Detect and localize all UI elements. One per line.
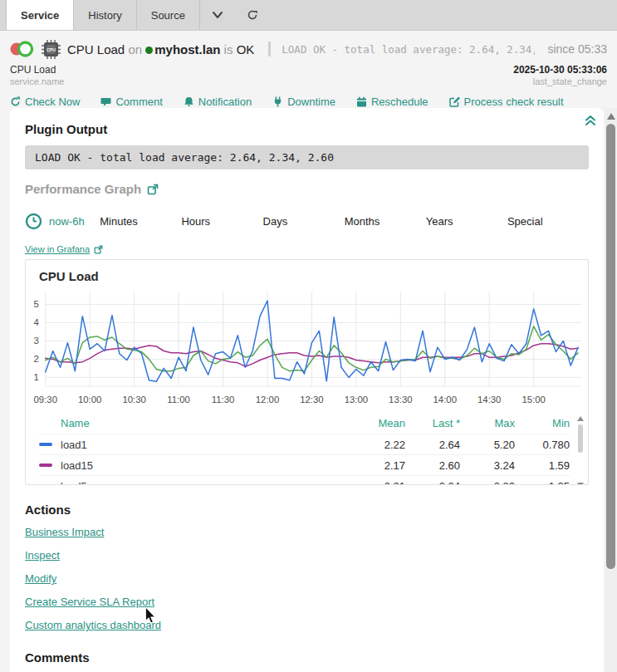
svg-text:13:00: 13:00 <box>345 395 368 405</box>
bell-icon <box>184 96 194 107</box>
process-check-result-button[interactable]: Process check result <box>449 96 564 108</box>
timerange-minutes[interactable]: Minutes <box>100 215 181 228</box>
action-business-impact[interactable]: Business Impact <box>25 526 104 538</box>
external-link-icon[interactable] <box>147 184 159 195</box>
reschedule-button[interactable]: Reschedule <box>356 96 428 108</box>
timerange-current[interactable]: now-6h <box>25 213 100 230</box>
performance-graph-title: Performance Graph <box>25 182 141 196</box>
header-divider <box>268 42 271 56</box>
on-word: on <box>128 42 142 56</box>
legend-col-min[interactable]: Min <box>515 417 570 429</box>
timerange-special[interactable]: Special <box>507 215 589 228</box>
tab-source-label: Source <box>151 9 185 22</box>
grafana-panel: CPU Load 09:3010:0010:3011:0011:3012:001… <box>25 259 589 485</box>
tab-source[interactable]: Source <box>137 0 200 30</box>
svg-text:3: 3 <box>33 336 38 346</box>
output-preview: LOAD OK - total load average: 2.64, 2.34… <box>282 43 535 56</box>
current-state-ring <box>19 42 32 56</box>
timerange-months[interactable]: Months <box>345 215 426 228</box>
plugin-output-box: LOAD OK - total load average: 2.64, 2.34… <box>25 145 589 169</box>
window-scrollbar[interactable] <box>605 108 617 672</box>
legend-col-mean[interactable]: Mean <box>350 417 405 429</box>
downtime-button[interactable]: Downtime <box>272 96 335 108</box>
legend-scroll-down-icon[interactable] <box>577 483 584 485</box>
svg-text:CPU: CPU <box>47 47 56 52</box>
plugin-output-heading: Plugin Output <box>25 122 589 136</box>
service-title: CPU Load on myhost.lan is OK <box>67 42 254 56</box>
notification-button[interactable]: Notification <box>184 96 252 108</box>
edit-icon <box>449 96 460 107</box>
service-header: CPU CPU Load on myhost.lan is OK LOAD OK… <box>0 31 617 115</box>
action-inspect[interactable]: Inspect <box>25 549 60 562</box>
legend-col-last[interactable]: Last * <box>405 417 460 429</box>
timerange-tabs: now-6h Minutes Hours Days Months Years S… <box>25 213 589 230</box>
svg-text:12:00: 12:00 <box>256 395 279 405</box>
state-text: OK <box>237 42 255 56</box>
state-change-indicator <box>10 40 35 58</box>
legend-scrollbar[interactable] <box>576 416 585 485</box>
legend-header-row: Name Mean Last * Max Min <box>39 413 570 434</box>
plug-icon <box>272 96 283 107</box>
chart-legend: Name Mean Last * Max Min load1 2.22 2.64… <box>26 413 588 485</box>
last-state-change-value: 2025-10-30 05:33:06 <box>513 64 607 76</box>
svg-text:14:30: 14:30 <box>477 395 501 405</box>
svg-text:15:00: 15:00 <box>522 395 545 405</box>
scroll-up-icon[interactable] <box>607 113 615 120</box>
tab-menu-button[interactable] <box>200 0 235 30</box>
cpu-chip-icon: CPU <box>41 39 61 60</box>
legend-row-load1[interactable]: load1 2.22 2.64 5.20 0.780 <box>39 434 570 454</box>
since-text: since 05:33 <box>547 42 607 56</box>
state-change-block: 2025-10-30 05:33:06 last_state_change <box>513 64 607 86</box>
svg-text:1: 1 <box>33 372 38 382</box>
svg-text:13:30: 13:30 <box>389 395 412 405</box>
tab-history-label: History <box>88 9 121 22</box>
timerange-current-label: now-6h <box>49 215 85 228</box>
svg-text:10:00: 10:00 <box>78 395 101 405</box>
action-modify[interactable]: Modify <box>25 572 56 585</box>
check-now-button[interactable]: Check Now <box>10 96 80 108</box>
svg-text:5: 5 <box>33 299 38 309</box>
tab-history[interactable]: History <box>74 0 136 30</box>
svg-text:11:00: 11:00 <box>167 395 190 405</box>
tab-service-label: Service <box>21 9 59 22</box>
action-create-sla-report[interactable]: Create Service SLA Report <box>25 596 154 608</box>
svg-text:10:30: 10:30 <box>122 395 145 405</box>
svg-text:14:00: 14:00 <box>433 395 457 405</box>
view-in-grafana-link[interactable]: View in Grafana <box>25 244 103 254</box>
tab-refresh-button[interactable] <box>235 0 270 30</box>
collapse-section-button[interactable] <box>579 110 602 131</box>
tab-service[interactable]: Service <box>6 0 74 30</box>
action-custom-analytics-dashboard[interactable]: Custom analytics dashboard <box>25 619 161 631</box>
legend-col-name[interactable]: Name <box>39 417 350 429</box>
load1-swatch-icon <box>39 443 52 446</box>
service-name-value: CPU Load <box>10 64 64 76</box>
svg-text:12:30: 12:30 <box>300 395 323 405</box>
cpu-load-chart[interactable]: 09:3010:0010:3011:0011:3012:0012:3013:00… <box>26 287 588 413</box>
comment-icon <box>100 96 111 107</box>
timerange-hours[interactable]: Hours <box>181 215 262 228</box>
svg-text:4: 4 <box>33 317 39 327</box>
legend-row-load15[interactable]: load15 2.17 2.60 3.24 1.59 <box>39 454 570 475</box>
timerange-years[interactable]: Years <box>426 215 507 228</box>
legend-row-load5[interactable]: load5 2.21 2.34 3.82 1.35 <box>39 475 570 485</box>
service-name-block: CPU Load service.name <box>10 64 64 86</box>
calendar-icon <box>356 96 367 107</box>
legend-col-max[interactable]: Max <box>460 417 515 429</box>
comments-heading: Comments <box>25 650 589 665</box>
timerange-days[interactable]: Days <box>263 215 345 228</box>
svg-text:11:30: 11:30 <box>212 395 235 405</box>
detail-panel: Plugin Output LOAD OK - total load avera… <box>10 108 604 672</box>
service-name-key: service.name <box>10 76 64 86</box>
double-chevron-up-icon <box>584 115 597 126</box>
legend-scroll-up-icon[interactable] <box>577 416 584 421</box>
host-name[interactable]: myhost.lan <box>145 42 220 56</box>
is-word: is <box>224 42 233 56</box>
svg-text:2: 2 <box>33 354 38 364</box>
load5-swatch-icon <box>39 484 52 485</box>
comment-button[interactable]: Comment <box>100 96 162 108</box>
refresh-icon <box>247 9 258 21</box>
svg-text:09:30: 09:30 <box>34 395 57 405</box>
legend-scroll-thumb[interactable] <box>578 424 583 453</box>
tab-bar: Service History Source <box>0 0 617 31</box>
scrollbar-thumb[interactable] <box>606 124 615 569</box>
